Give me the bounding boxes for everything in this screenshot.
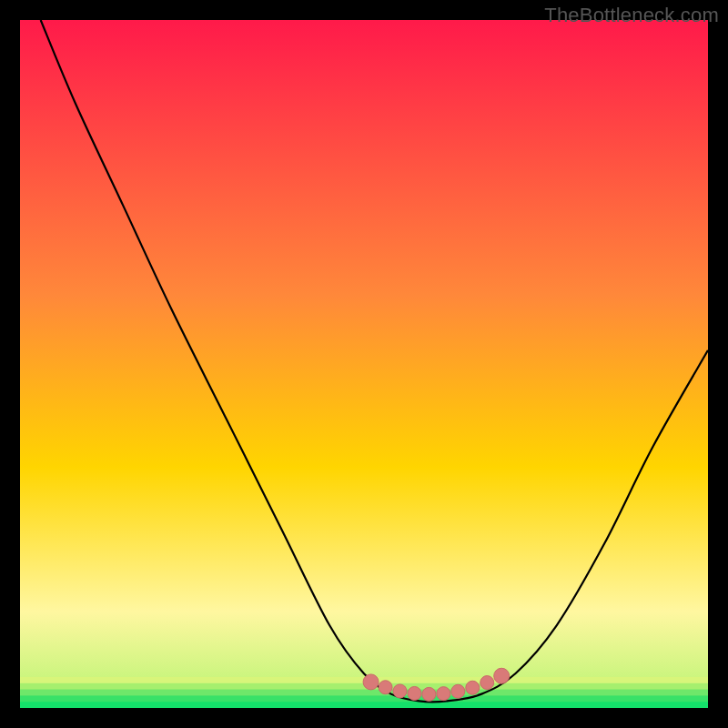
optimal-marker bbox=[466, 681, 480, 694]
watermark-text: TheBottleneck.com bbox=[544, 4, 719, 27]
optimal-marker bbox=[408, 686, 421, 700]
chart-frame: TheBottleneck.com bbox=[0, 0, 728, 728]
optimal-marker bbox=[422, 687, 436, 701]
optimal-marker bbox=[379, 681, 392, 694]
optimal-marker bbox=[437, 687, 450, 701]
bottleneck-chart bbox=[20, 20, 708, 708]
plot-area bbox=[20, 20, 708, 708]
green-band bbox=[20, 690, 708, 696]
optimal-marker bbox=[363, 674, 379, 690]
optimal-marker bbox=[451, 684, 465, 698]
optimal-marker bbox=[494, 668, 510, 683]
gradient-background bbox=[20, 20, 708, 708]
green-band bbox=[20, 702, 708, 708]
optimal-marker bbox=[480, 676, 494, 690]
optimal-marker bbox=[393, 684, 407, 698]
green-band bbox=[20, 695, 708, 702]
